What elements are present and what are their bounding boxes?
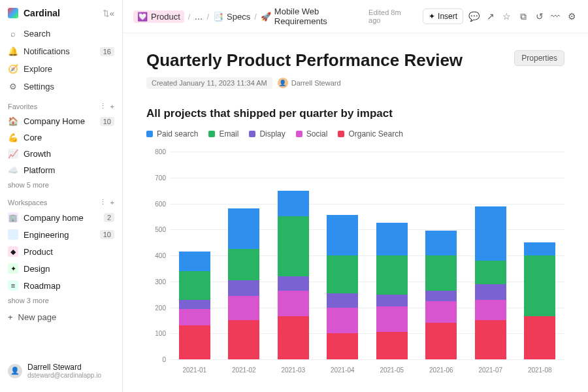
crumb-separator: / <box>206 12 209 22</box>
breadcrumb[interactable]: 📑Specs <box>213 12 250 22</box>
workspace-item[interactable]: ✦Design <box>0 260 122 277</box>
activity-icon[interactable]: 〰 <box>550 11 561 22</box>
bar-column[interactable] <box>425 231 457 359</box>
bar-segment <box>524 242 555 255</box>
bar-column[interactable] <box>278 191 309 359</box>
x-tick: 2021-05 <box>376 367 408 374</box>
bar-column[interactable] <box>524 242 555 359</box>
bar-segment <box>179 325 210 359</box>
properties-button[interactable]: Properties <box>514 50 564 66</box>
page-icon: 💪 <box>8 133 18 142</box>
nav-notifications[interactable]: 🔔Notifications16 <box>0 42 122 60</box>
topbar: 💟Product/…/📑Specs/🚀Mobile Web Requiremen… <box>123 0 588 33</box>
bar-segment <box>425 255 457 291</box>
workspace-item[interactable]: ≡Roadmap <box>0 277 122 294</box>
show-more-favorites[interactable]: show 5 more <box>0 178 122 191</box>
favorite-item[interactable]: 💪Core <box>0 129 122 146</box>
legend-swatch <box>146 131 153 137</box>
nav-settings[interactable]: ⚙Settings <box>0 78 122 95</box>
more-icon[interactable]: ⋮ <box>99 198 106 206</box>
sparkle-icon: ✦ <box>429 12 435 21</box>
gridline <box>170 359 564 360</box>
nav-explore[interactable]: 🧭Explore <box>0 60 122 78</box>
duplicate-icon[interactable]: ⧉ <box>517 11 529 22</box>
explore-icon: 🧭 <box>8 64 18 74</box>
comment-icon[interactable]: 💬 <box>468 11 480 22</box>
legend-swatch <box>249 131 255 137</box>
workspace-icon: ≡ <box>8 280 18 291</box>
add-workspace-button[interactable]: + <box>110 199 114 206</box>
star-icon[interactable]: ☆ <box>501 11 512 22</box>
workspace-switcher[interactable]: Cardinal <box>24 8 100 18</box>
created-meta: Created January 11, 2023 11:34 AM <box>146 77 272 89</box>
bar-segment <box>376 223 408 255</box>
page-title: Quarterly Product Performance Review <box>146 50 564 71</box>
favorite-item[interactable]: ☁️Platform <box>0 162 122 178</box>
legend-item[interactable]: Paid search <box>146 129 198 139</box>
bar-segment <box>327 255 358 293</box>
bar-segment <box>475 261 506 284</box>
more-icon[interactable]: ⋮ <box>99 102 106 110</box>
settings-icon: ⚙ <box>8 82 18 91</box>
x-tick: 2021-02 <box>228 367 259 374</box>
breadcrumb[interactable]: 💟Product <box>133 10 184 23</box>
workspaces-heading: Workspaces <box>8 199 47 206</box>
bar-segment <box>475 284 506 300</box>
y-tick: 300 <box>155 278 166 285</box>
page-icon: 🚀 <box>261 12 271 22</box>
breadcrumb[interactable]: 🚀Mobile Web Requirements <box>261 7 361 26</box>
bar-segment <box>179 309 210 326</box>
show-more-workspaces[interactable]: show 3 more <box>0 294 122 307</box>
legend-item[interactable]: Organic Search <box>338 129 402 139</box>
bar-segment <box>327 293 358 308</box>
favorite-item[interactable]: 📈Growth <box>0 146 122 162</box>
workspace-item[interactable]: ◆Product <box>0 243 122 260</box>
bar-column[interactable] <box>475 206 506 360</box>
workspace-icon: ✦ <box>8 263 18 274</box>
nav-search[interactable]: ⌕Search <box>0 25 122 42</box>
author-chip[interactable]: 👤 Darrell Steward <box>278 78 341 88</box>
y-tick: 100 <box>155 330 166 337</box>
bar-column[interactable] <box>179 252 210 359</box>
legend-item[interactable]: Display <box>249 129 285 139</box>
bar-segment <box>376 295 408 306</box>
bar-column[interactable] <box>327 215 358 359</box>
bar-segment <box>327 333 358 359</box>
bar-segment <box>475 320 506 359</box>
avatar: 👤 <box>8 364 22 378</box>
updown-icon[interactable]: ⇅ <box>103 8 110 18</box>
new-page-button[interactable]: + New page <box>0 307 122 327</box>
bar-segment <box>179 300 210 309</box>
legend-item[interactable]: Email <box>208 129 238 139</box>
bar-segment <box>179 271 210 300</box>
favorite-item[interactable]: 🏠Company Home10 <box>0 113 122 129</box>
edited-timestamp: Edited 8m ago <box>368 8 412 24</box>
bar-segment <box>278 291 309 317</box>
bar-column[interactable] <box>228 208 259 359</box>
x-tick: 2021-08 <box>524 367 555 374</box>
share-icon[interactable]: ↗ <box>485 11 496 22</box>
bar-segment <box>475 206 506 261</box>
user-menu[interactable]: 👤 Darrell Steward dsteward@cardinalapp.i… <box>0 357 122 384</box>
add-favorite-button[interactable]: + <box>110 103 114 110</box>
bar-segment <box>425 291 457 301</box>
workspace-item[interactable]: 🏢Company home2 <box>0 209 122 226</box>
avatar: 👤 <box>278 78 288 88</box>
bar-segment <box>228 208 259 249</box>
insert-button[interactable]: ✦ Insert <box>423 8 463 24</box>
bar-segment <box>228 280 259 296</box>
chart-legend: Paid searchEmailDisplaySocialOrganic Sea… <box>146 129 564 139</box>
x-tick: 2021-04 <box>327 367 358 374</box>
history-icon[interactable]: ↺ <box>534 11 545 22</box>
y-tick: 400 <box>155 252 166 259</box>
legend-item[interactable]: Social <box>296 129 328 139</box>
bar-segment <box>425 301 457 323</box>
workspace-item[interactable]: Engineering10 <box>0 226 122 243</box>
breadcrumb[interactable]: … <box>194 12 203 22</box>
bar-segment <box>228 249 259 280</box>
bar-column[interactable] <box>376 223 408 359</box>
notifications-icon: 🔔 <box>8 46 18 56</box>
settings-icon[interactable]: ⚙ <box>566 11 578 22</box>
y-tick: 0 <box>162 356 166 363</box>
collapse-sidebar-button[interactable]: « <box>110 8 114 18</box>
